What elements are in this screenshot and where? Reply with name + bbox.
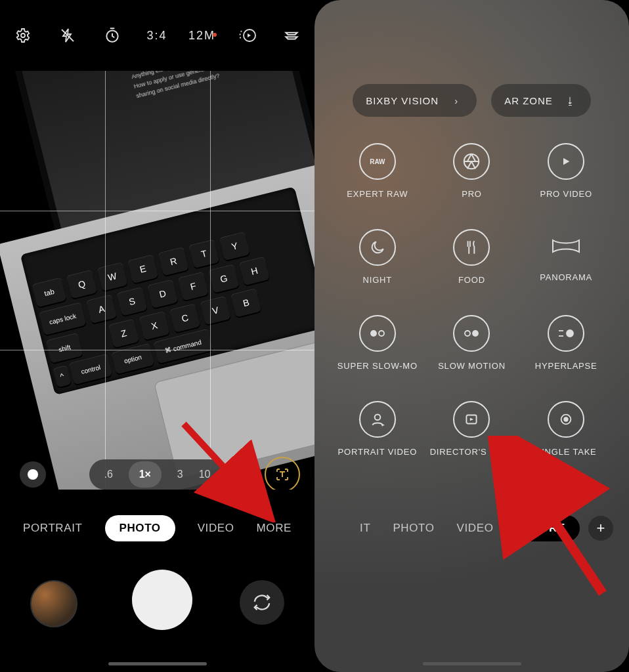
top-chips: BIXBY VISION› AR ZONE⭳ (314, 84, 629, 117)
single-take-icon (548, 401, 584, 438)
flash-off-icon[interactable] (54, 22, 81, 49)
motion-photo-icon[interactable] (234, 22, 260, 49)
mode-slow-motion[interactable]: SLOW MOTION (425, 315, 519, 371)
home-indicator[interactable] (108, 662, 207, 665)
home-indicator[interactable] (423, 662, 521, 665)
svg-point-10 (567, 330, 573, 337)
mode-portrait[interactable]: PORTRAIT (23, 522, 82, 535)
mode-rail[interactable]: IT PHOTO VIDEO MORE + (314, 505, 629, 551)
svg-point-9 (473, 331, 478, 336)
mode-photo[interactable]: PHOTO (105, 515, 175, 541)
mode-video[interactable]: VIDEO (198, 522, 234, 535)
play-icon (548, 143, 584, 180)
more-modes-pane: BIXBY VISION› AR ZONE⭳ RAW EXPERT RAW PR… (314, 0, 629, 672)
mode-pro-video[interactable]: PRO VIDEO (519, 143, 613, 199)
camera-pane: 3:4 12M Can you use own keywords or pred… (0, 0, 314, 672)
ar-zone-button[interactable]: AR ZONE⭳ (491, 84, 591, 117)
recording-dot-indicator (213, 33, 217, 37)
svg-point-0 (21, 33, 25, 37)
svg-point-13 (374, 414, 380, 420)
mode-photo[interactable]: PHOTO (393, 522, 434, 535)
scan-text-button[interactable] (265, 457, 300, 490)
mode-more[interactable]: MORE (257, 522, 292, 535)
mode-super-slow-mo[interactable]: SUPER SLOW-MO (330, 315, 425, 371)
svg-point-8 (465, 331, 470, 336)
bottom-controls (0, 558, 314, 643)
viewfinder-screen-text: Can you use own keywords or predefined o… (128, 71, 271, 101)
zoom-option[interactable]: 3 (177, 469, 183, 480)
zoom-selector[interactable]: .6 1× 3 10 (89, 459, 225, 490)
svg-point-6 (371, 331, 376, 336)
svg-point-7 (379, 331, 384, 336)
top-toolbar: 3:4 12M (0, 0, 314, 71)
chevron-right-icon: › (449, 95, 464, 106)
svg-point-16 (564, 417, 568, 421)
mode-video[interactable]: VIDEO (457, 522, 494, 535)
mode-more[interactable]: MORE (515, 515, 579, 541)
mode-food[interactable]: FOOD (425, 229, 519, 285)
expert-raw-icon: RAW (359, 143, 396, 180)
shutter-button[interactable] (132, 570, 192, 630)
zoom-option[interactable]: 10 (199, 469, 211, 480)
food-icon (453, 229, 490, 266)
super-slowmo-icon (359, 315, 396, 352)
switch-camera-button[interactable] (240, 580, 284, 625)
mode-portrait-cut[interactable]: IT (360, 522, 370, 535)
aperture-icon (453, 143, 490, 180)
resolution-button[interactable]: 12M (188, 29, 215, 43)
slowmo-icon (453, 315, 490, 352)
mode-single-take[interactable]: SINGLE TAKE (519, 401, 613, 457)
bixby-vision-button[interactable]: BIXBY VISION› (353, 84, 477, 117)
gallery-thumbnail[interactable] (30, 580, 77, 627)
viewfinder[interactable]: Can you use own keywords or predefined o… (0, 71, 314, 490)
hyperlapse-icon (548, 315, 584, 352)
download-icon: ⭳ (563, 95, 578, 106)
mode-panorama[interactable]: PANORAMA (519, 229, 613, 285)
mode-portrait-video[interactable]: PORTRAIT VIDEO (330, 401, 425, 457)
filters-icon[interactable] (278, 22, 305, 49)
mode-night[interactable]: NIGHT (330, 229, 425, 285)
zoom-option-active[interactable]: 1× (129, 461, 162, 488)
color-tone-button[interactable] (20, 461, 46, 488)
zoom-option[interactable]: .6 (104, 469, 112, 480)
mode-expert-raw[interactable]: RAW EXPERT RAW (330, 143, 425, 199)
aspect-ratio-button[interactable]: 3:4 (144, 29, 170, 43)
directors-view-icon (453, 401, 490, 438)
mode-directors-view[interactable]: DIRECTOR'S VIEW (425, 401, 519, 457)
gear-icon[interactable] (10, 22, 36, 49)
timer-icon[interactable] (99, 22, 125, 49)
mode-rail[interactable]: PORTRAIT PHOTO VIDEO MORE (0, 505, 314, 551)
more-modes-grid: RAW EXPERT RAW PRO PRO VIDEO NIGHT FOOD … (314, 143, 629, 457)
moon-icon (359, 229, 396, 266)
mode-pro[interactable]: PRO (425, 143, 519, 199)
portrait-video-icon (359, 401, 396, 438)
mode-hyperlapse[interactable]: HYPERLAPSE (519, 315, 613, 371)
edit-modes-button[interactable]: + (588, 516, 613, 541)
panorama-icon (549, 229, 583, 263)
